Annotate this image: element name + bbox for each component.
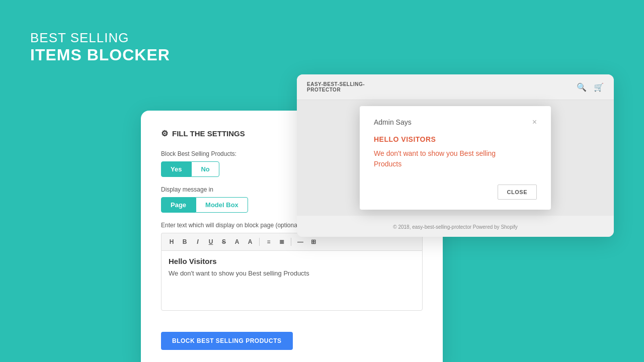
- cart-icon[interactable]: 🛒: [594, 82, 604, 92]
- modal-close-x-icon[interactable]: ×: [532, 118, 537, 126]
- shopify-footer-text: © 2018, easy-best-selling-protector Powe…: [393, 224, 518, 230]
- modal-footer: CLOSE: [374, 185, 537, 200]
- toolbar-list-ul[interactable]: ≣: [276, 236, 288, 248]
- title-line1: BEST SELLING: [30, 30, 170, 46]
- editor-line1: Hello Visitors: [169, 257, 415, 265]
- toolbar-s[interactable]: S: [218, 236, 230, 248]
- settings-title-text: FILL THE SETTINGS: [172, 129, 245, 138]
- shopify-header: EASY-BEST-SELLING-PROTECTOR 🔍 🛒: [297, 74, 614, 100]
- block-products-button[interactable]: BLOCK BEST SELLING PRODUCTS: [161, 332, 293, 350]
- modal-title: Admin Says: [374, 118, 412, 126]
- toolbar-a2[interactable]: A: [244, 236, 256, 248]
- shopify-preview-card: EASY-BEST-SELLING-PROTECTOR 🔍 🛒 Admin Sa…: [297, 74, 614, 237]
- modal-header: Admin Says ×: [374, 118, 537, 126]
- modal-close-button[interactable]: CLOSE: [498, 185, 537, 200]
- no-button[interactable]: No: [191, 161, 219, 177]
- toolbar-list-ol[interactable]: ≡: [263, 236, 275, 248]
- model-box-button[interactable]: Model Box: [196, 197, 248, 213]
- shopify-store-name: EASY-BEST-SELLING-PROTECTOR: [307, 81, 365, 93]
- toolbar-b[interactable]: B: [179, 236, 191, 248]
- page-button[interactable]: Page: [161, 197, 196, 213]
- modal-body-text: We don't want to show you Best sellingPr…: [374, 148, 537, 169]
- shopify-header-icons: 🔍 🛒: [577, 82, 604, 92]
- modal-headline: HELLO VISITORS: [374, 135, 537, 143]
- toolbar-i[interactable]: I: [192, 236, 204, 248]
- yes-button[interactable]: Yes: [161, 161, 191, 177]
- shopify-footer: © 2018, easy-best-selling-protector Powe…: [297, 216, 614, 237]
- toolbar-a1[interactable]: A: [231, 236, 243, 248]
- title-line2: ITEMS BLOCKER: [30, 46, 170, 64]
- rich-editor[interactable]: Hello Visitors We don't want to show you…: [161, 250, 423, 311]
- search-icon[interactable]: 🔍: [577, 82, 587, 92]
- toolbar-hr[interactable]: —: [294, 236, 306, 248]
- gear-icon: ⚙: [161, 129, 168, 138]
- modal-overlay: Admin Says × HELLO VISITORS We don't wan…: [297, 100, 614, 216]
- toolbar-u[interactable]: U: [205, 236, 217, 248]
- modal-box: Admin Says × HELLO VISITORS We don't wan…: [360, 106, 551, 210]
- toolbar-table[interactable]: ⊞: [307, 236, 319, 248]
- toolbar-sep1: [259, 238, 260, 246]
- toolbar-h[interactable]: H: [166, 236, 178, 248]
- toolbar-sep2: [291, 238, 291, 246]
- shopify-body: Admin Says × HELLO VISITORS We don't wan…: [297, 100, 614, 216]
- page-title-area: BEST SELLING ITEMS BLOCKER: [30, 30, 170, 64]
- editor-line2: We don't want to show you Best selling P…: [169, 269, 415, 277]
